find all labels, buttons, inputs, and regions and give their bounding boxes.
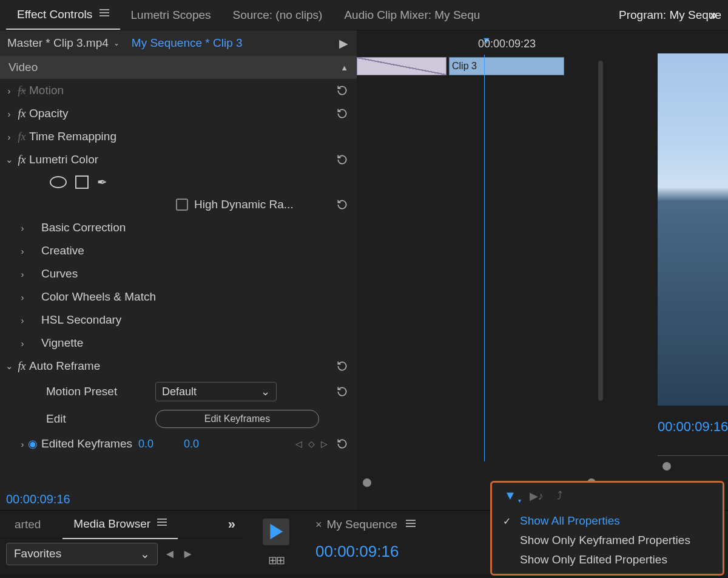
fx-disabled-icon[interactable]: fx (15, 84, 29, 97)
chevron-down-icon[interactable]: ⌄ (113, 39, 120, 47)
sequence-clip-label[interactable]: My Sequence * Clip 3 (132, 36, 243, 50)
reset-icon[interactable] (336, 386, 348, 398)
expand-icon[interactable]: › (4, 86, 15, 96)
fx-icon[interactable]: fx (15, 131, 29, 143)
lumetri-basic-correction[interactable]: › Basic Correction (0, 216, 357, 239)
tab-media-browser[interactable]: Media Browser (62, 509, 178, 539)
expand-icon[interactable]: › (17, 246, 28, 256)
funnel-icon[interactable]: ▼ (504, 489, 516, 503)
property-opacity[interactable]: › fx Opacity (0, 102, 357, 125)
playhead-line[interactable] (484, 55, 485, 461)
motion-preset-select[interactable]: Default ⌄ (155, 382, 277, 401)
collapse-arrow-icon[interactable]: ▲ (340, 63, 348, 72)
video-section-header[interactable]: Video ▲ (0, 56, 357, 79)
selection-tool[interactable] (263, 518, 289, 545)
checkbox-label: High Dynamic Ra... (194, 198, 353, 211)
track-insert-icon[interactable]: ⊞⊞ (268, 554, 284, 567)
effect-controls-panel: Master * Clip 3.mp4 ⌄ My Sequence * Clip… (0, 30, 357, 510)
reset-icon[interactable] (336, 107, 348, 120)
mask-ellipse-icon[interactable] (50, 176, 67, 188)
video-preview[interactable] (658, 53, 728, 406)
back-icon[interactable]: ◄ (164, 547, 176, 561)
tab-getting-started[interactable]: arted (4, 511, 52, 539)
property-label: Auto Reframe (29, 359, 353, 373)
expand-icon[interactable]: › (17, 223, 28, 233)
lumetri-hsl-secondary[interactable]: › HSL Secondary (0, 308, 357, 332)
clip-bar-transition[interactable] (357, 57, 447, 75)
lower-tab-row: arted Media Browser » (0, 511, 243, 539)
hdr-checkbox-row[interactable]: High Dynamic Ra... (0, 193, 357, 216)
tab-source[interactable]: Source: (no clips) (222, 1, 334, 29)
tab-audio-mixer[interactable]: Audio Clip Mixer: My Sequ (333, 1, 491, 29)
collapse-icon[interactable]: ⌄ (4, 154, 15, 165)
sequence-timecode[interactable]: 00:00:09:16 (309, 539, 485, 561)
prev-keyframe-icon[interactable]: ◁ (295, 439, 302, 449)
program-monitor-panel: 00:00:09:16 (604, 30, 728, 510)
property-motion[interactable]: › fx Motion (0, 79, 357, 102)
add-keyframe-icon[interactable]: ◇ (308, 439, 315, 449)
expand-icon[interactable]: › (17, 292, 28, 302)
filter-toolbar: ▼ ▶♪ ⤴ (504, 489, 715, 503)
lumetri-vignette[interactable]: › Vignette (0, 332, 357, 355)
reset-icon[interactable] (336, 360, 348, 372)
next-keyframe-icon[interactable]: ▷ (321, 439, 328, 449)
checkbox-icon[interactable] (176, 199, 188, 211)
menu-show-all-properties[interactable]: ✓ Show All Properties (499, 511, 715, 531)
panel-timecode[interactable]: 00:00:09:16 (0, 489, 357, 510)
edit-keyframes-button[interactable]: Edit Keyframes (155, 410, 319, 428)
mask-rect-icon[interactable] (75, 175, 89, 189)
property-lumetri-color[interactable]: ⌄ fx Lumetri Color (0, 148, 357, 171)
program-ruler[interactable] (658, 455, 728, 467)
expand-icon[interactable]: › (17, 315, 28, 325)
checkmark-icon: ✓ (503, 515, 514, 527)
tab-effect-controls[interactable]: Effect Controls (6, 0, 120, 30)
property-label: Basic Correction (41, 221, 353, 234)
vertical-scrollbar[interactable] (598, 61, 603, 401)
reset-icon[interactable] (336, 199, 348, 211)
favorites-select[interactable]: Favorites ⌄ (6, 543, 158, 565)
expand-icon[interactable]: › (17, 269, 28, 279)
export-icon[interactable]: ⤴ (557, 489, 562, 502)
play-audio-icon[interactable]: ▶♪ (530, 489, 544, 503)
play-icon[interactable]: ▶ (339, 36, 348, 50)
lumetri-curves[interactable]: › Curves (0, 262, 357, 285)
tab-label: Media Browser (73, 517, 150, 530)
reset-icon[interactable] (336, 84, 348, 97)
clip-bar[interactable]: Clip 3 (449, 57, 564, 75)
stopwatch-icon[interactable]: ◉ (28, 437, 38, 450)
collapse-icon[interactable]: ⌄ (4, 361, 15, 372)
lumetri-color-wheels[interactable]: › Color Wheels & Match (0, 285, 357, 308)
fx-icon[interactable]: fx (15, 107, 29, 120)
fx-icon[interactable]: fx (15, 154, 29, 166)
close-icon[interactable]: × (315, 518, 322, 531)
expand-icon[interactable]: › (4, 132, 15, 142)
panel-menu-icon[interactable] (99, 8, 109, 21)
property-time-remapping[interactable]: › fx Time Remapping (0, 125, 357, 148)
tab-sequence[interactable]: My Sequence (327, 518, 397, 531)
mask-pen-icon[interactable]: ✒ (97, 175, 107, 189)
program-timecode[interactable]: 00:00:09:16 (658, 419, 728, 435)
property-auto-reframe[interactable]: ⌄ fx Auto Reframe (0, 355, 357, 378)
tab-program[interactable]: Program: My Seque (619, 8, 721, 22)
expand-icon[interactable]: › (17, 439, 28, 449)
reset-icon[interactable] (336, 438, 348, 450)
expand-icon[interactable]: › (17, 338, 28, 348)
tab-lumetri-scopes[interactable]: Lumetri Scopes (120, 1, 222, 29)
lumetri-creative[interactable]: › Creative (0, 239, 357, 262)
cursor-icon (266, 522, 286, 542)
menu-show-edited-properties[interactable]: Show Only Edited Properties (499, 550, 715, 570)
fx-icon[interactable]: fx (15, 360, 29, 373)
forward-icon[interactable]: ► (182, 547, 194, 561)
tab-overflow-icon[interactable]: » (228, 517, 235, 532)
kf-value-y[interactable]: 0.0 (184, 438, 199, 450)
panel-menu-icon[interactable] (157, 517, 167, 530)
expand-icon[interactable]: › (4, 109, 15, 119)
master-clip-label[interactable]: Master * Clip 3.mp4 (7, 36, 109, 50)
edited-keyframes-row[interactable]: › ◉ Edited Keyframes 0.0 0.0 ◁ ◇ ▷ (0, 432, 357, 455)
panel-menu-icon[interactable] (406, 518, 416, 532)
menu-show-keyframed-properties[interactable]: Show Only Keyframed Properties (499, 531, 715, 550)
kf-value-x[interactable]: 0.0 (138, 438, 153, 450)
reset-icon[interactable] (336, 154, 348, 166)
scrollbar-handle-left[interactable] (363, 478, 371, 487)
ruler-handle[interactable] (662, 462, 671, 471)
